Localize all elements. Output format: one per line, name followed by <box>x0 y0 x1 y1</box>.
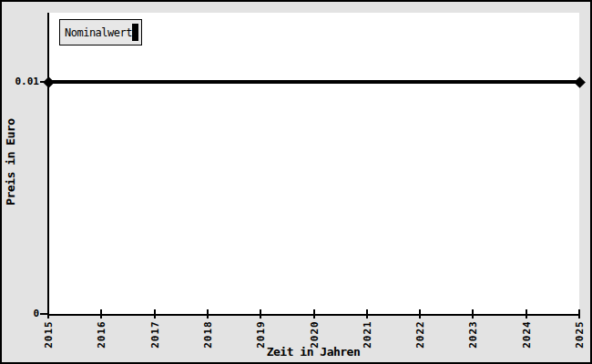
y-axis-line <box>47 13 49 316</box>
x-tick-label: 2016 <box>96 315 107 355</box>
x-tick-label: 2022 <box>414 315 426 355</box>
y-tick-label: 0 <box>1 308 39 319</box>
x-tick-label: 2024 <box>521 315 533 355</box>
legend-label: Nominalwert <box>65 26 132 39</box>
x-tick-label: 2025 <box>574 315 586 355</box>
x-axis-title: Zeit in Jahren <box>222 345 404 359</box>
legend: Nominalwert <box>59 19 142 46</box>
chart-frame: 2015201620172018201920202021202220232024… <box>0 0 592 364</box>
legend-line-marker-icon <box>132 24 138 41</box>
plot-area <box>48 13 579 314</box>
x-tick-label: 2018 <box>202 315 214 355</box>
x-tick-label: 2015 <box>43 315 55 355</box>
x-tick-label: 2017 <box>149 315 161 355</box>
series-line-nominalwert <box>48 80 579 84</box>
y-tick-mark <box>40 313 48 315</box>
y-axis-title: Preis in Euro <box>4 98 18 226</box>
x-tick-label: 2023 <box>467 315 479 355</box>
y-tick-label: 0.01 <box>1 76 39 87</box>
